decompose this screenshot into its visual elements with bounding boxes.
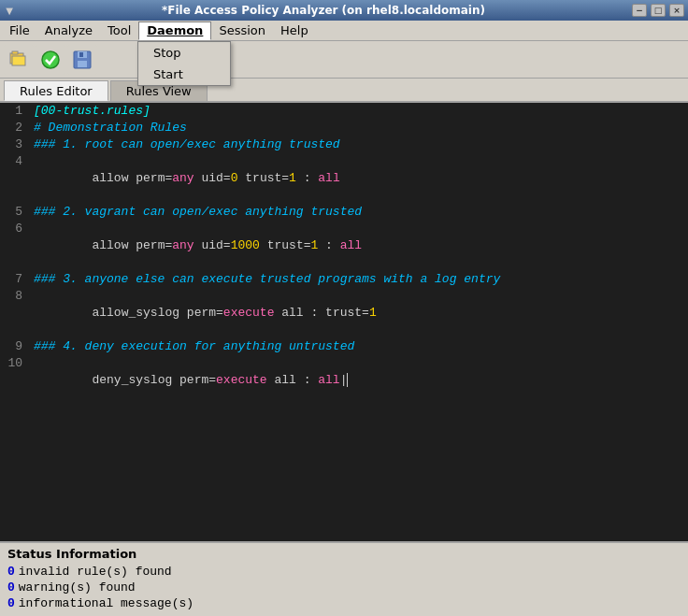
editor-line-1: 1 [00-trust.rules] [0, 103, 688, 120]
line-num-7: 7 [0, 271, 30, 288]
menu-daemon[interactable]: Daemon [138, 21, 211, 40]
editor-line-6: 6 allow perm=any uid=1000 trust=1 : all [0, 221, 688, 271]
line-content-3: ### 1. root can open/exec anything trust… [30, 136, 688, 153]
line-num-9: 9 [0, 338, 30, 355]
toolbar [0, 41, 688, 79]
line-content-5: ### 2. vagrant can open/exec anything tr… [30, 204, 688, 221]
status-text-3: informational message(s) [19, 596, 194, 610]
status-information: Status Information 0 invalid rule(s) fou… [0, 541, 688, 616]
title-bar: ▼ *File Access Policy Analyzer (on rhel8… [0, 0, 688, 21]
code-editor[interactable]: 1 [00-trust.rules] 2 # Demonstration Rul… [0, 103, 688, 541]
svg-rect-2 [12, 56, 25, 65]
line-content-2: # Demonstration Rules [30, 120, 688, 136]
line-content-10: deny_syslog perm=execute all : all| [30, 355, 688, 406]
tab-rules-editor[interactable]: Rules Editor [4, 80, 108, 101]
line-content-1: [00-trust.rules] [30, 103, 688, 120]
status-count-2: 0 [7, 580, 15, 595]
status-line-1: 0 invalid rule(s) found [7, 565, 681, 579]
close-button[interactable]: × [669, 4, 684, 17]
editor-line-7: 7 ### 3. anyone else can execute trusted… [0, 271, 688, 288]
open-file-icon [7, 49, 30, 71]
line-num-6: 6 [0, 221, 30, 271]
editor-line-2: 2 # Demonstration Rules [0, 120, 688, 136]
line-content-4: allow perm=any uid=0 trust=1 : all [30, 153, 688, 204]
editor-line-9: 9 ### 4. deny execution for anything unt… [0, 338, 688, 355]
save-button[interactable] [67, 45, 97, 75]
line-num-8: 8 [0, 288, 30, 338]
editor-line-5: 5 ### 2. vagrant can open/exec anything … [0, 204, 688, 221]
status-count-3: 0 [7, 596, 15, 610]
daemon-start[interactable]: Start [138, 64, 230, 85]
menu-analyze[interactable]: Analyze [37, 21, 100, 40]
editor-line-8: 8 allow_syslog perm=execute all : trust=… [0, 288, 688, 338]
maximize-button[interactable]: □ [651, 4, 666, 17]
menu-bar: File Analyze Tool Daemon Session Help [0, 21, 688, 41]
line-num-10: 10 [0, 355, 30, 406]
status-line-2: 0 warning(s) found [7, 580, 681, 595]
editor-line-3: 3 ### 1. root can open/exec anything tru… [0, 136, 688, 153]
daemon-dropdown: Stop Start [137, 41, 231, 86]
minimize-button[interactable]: − [632, 4, 647, 17]
line-num-3: 3 [0, 136, 30, 153]
title-bar-controls: − □ × [632, 4, 684, 17]
validate-icon [39, 49, 62, 71]
line-num-4: 4 [0, 153, 30, 204]
main-content: Rules Editor Rules View 1 [00-trust.rule… [0, 79, 688, 616]
menu-session[interactable]: Session [211, 21, 273, 40]
tabs: Rules Editor Rules View [0, 79, 688, 103]
line-num-5: 5 [0, 204, 30, 221]
svg-rect-6 [78, 61, 87, 67]
status-line-3: 0 informational message(s) [7, 596, 681, 610]
window-title: *File Access Policy Analyzer (on rhel8.l… [162, 4, 485, 17]
menu-help[interactable]: Help [273, 21, 316, 40]
editor-line-10: 10 deny_syslog perm=execute all : all| [0, 355, 688, 406]
svg-rect-1 [12, 51, 18, 54]
svg-point-3 [42, 51, 59, 68]
status-text-2: warning(s) found [19, 580, 136, 595]
status-count-1: 0 [7, 565, 15, 579]
daemon-stop[interactable]: Stop [138, 42, 230, 64]
validate-button[interactable] [36, 45, 65, 75]
line-content-9: ### 4. deny execution for anything untru… [30, 338, 688, 355]
line-content-8: allow_syslog perm=execute all : trust=1 [30, 288, 688, 338]
line-num-2: 2 [0, 120, 30, 136]
line-content-6: allow perm=any uid=1000 trust=1 : all [30, 221, 688, 271]
status-text-1: invalid rule(s) found [19, 565, 172, 579]
open-file-button[interactable] [4, 45, 34, 75]
svg-rect-7 [79, 52, 83, 57]
status-title: Status Information [7, 547, 681, 561]
menu-file[interactable]: File [2, 21, 37, 40]
title-arrow: ▼ [4, 4, 15, 17]
save-icon [71, 49, 93, 71]
line-num-1: 1 [0, 103, 30, 120]
editor-line-4: 4 allow perm=any uid=0 trust=1 : all [0, 153, 688, 204]
line-content-7: ### 3. anyone else can execute trusted p… [30, 271, 688, 288]
menu-tool[interactable]: Tool [100, 21, 138, 40]
